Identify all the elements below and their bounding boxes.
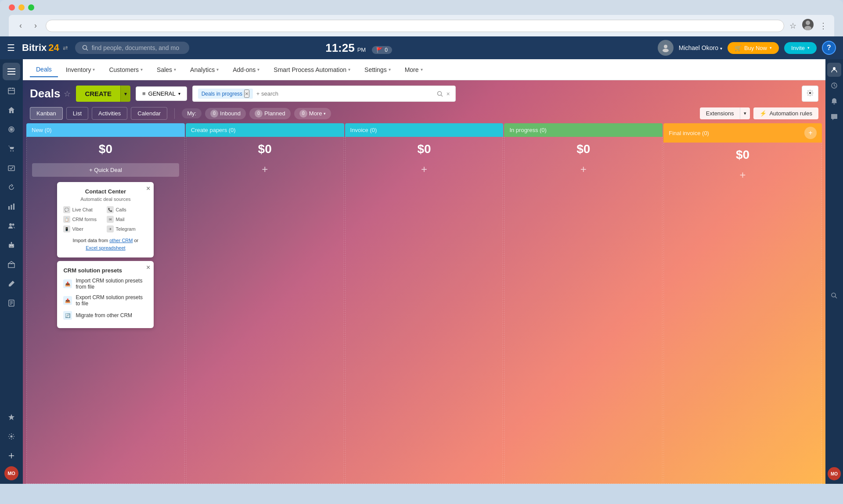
list-view-button[interactable]: List [66, 107, 88, 120]
invite-button[interactable]: Invite ▾ [784, 42, 817, 54]
presets-close-button[interactable]: × [146, 264, 150, 272]
sidebar-user-avatar[interactable]: MO [4, 466, 18, 480]
kanban-column-new: New (0) $0 + Quick Deal × Contact Center… [26, 123, 185, 484]
right-sidebar-clock-icon[interactable] [827, 79, 841, 93]
sidebar-icon-box[interactable] [3, 256, 20, 273]
calendar-view-button[interactable]: Calendar [131, 107, 167, 120]
svg-marker-37 [8, 414, 14, 420]
sidebar-icon-target[interactable] [3, 121, 20, 138]
crm-navbar: Deals Inventory ▾ Customers ▾ Sales ▾ An… [23, 59, 825, 80]
sidebar-icon-check[interactable] [3, 159, 20, 177]
sidebar-icon-people[interactable] [3, 217, 20, 235]
extensions-arrow-button[interactable]: ▾ [740, 107, 750, 119]
import-excel-link[interactable]: Excel spreadsheet [86, 245, 126, 250]
sidebar-icon-robot[interactable] [3, 236, 20, 254]
svg-rect-26 [10, 245, 11, 246]
crm-nav-settings[interactable]: Settings ▾ [358, 63, 397, 77]
filter-clear-icon[interactable]: × [447, 90, 450, 97]
svg-point-16 [11, 129, 12, 130]
sidebar-icon-pencil[interactable] [3, 275, 20, 293]
crm-nav-spa[interactable]: Smart Process Automation ▾ [267, 63, 357, 77]
add-deal-papers-button[interactable]: + [262, 163, 268, 175]
add-deal-progress-button[interactable]: + [580, 163, 587, 175]
more-filter-chip[interactable]: 0 More ▾ [294, 108, 331, 119]
kanban-view-button[interactable]: Kanban [30, 107, 63, 120]
svg-point-6 [663, 49, 669, 52]
preset-export-item[interactable]: 📤 Export CRM solution presets to file [63, 292, 148, 309]
right-sidebar-chat-icon[interactable] [827, 110, 841, 124]
sidebar-icon-settings[interactable] [3, 428, 20, 445]
source-telegram[interactable]: ✈ Telegram [107, 225, 148, 232]
create-dropdown-button[interactable]: ▾ [120, 86, 130, 102]
help-button[interactable]: ? [822, 41, 836, 55]
add-deal-invoice-button[interactable]: + [421, 163, 427, 175]
crm-forms-icon: 📋 [63, 216, 70, 223]
browser-menu-icon[interactable]: ⋮ [819, 21, 827, 31]
kanban-search-input[interactable] [256, 90, 433, 97]
crm-nav-addons[interactable]: Add-ons ▾ [227, 63, 266, 77]
filter-button[interactable]: ≡ GENERAL ▾ [136, 86, 187, 101]
svg-point-18 [13, 150, 14, 151]
planned-filter-chip[interactable]: 0 Planned [249, 108, 291, 119]
source-crm-forms[interactable]: 📋 CRM forms [63, 216, 104, 223]
forward-button[interactable]: › [31, 19, 40, 32]
my-filter-label: My: [182, 108, 202, 118]
activities-view-button[interactable]: Activities [92, 107, 127, 120]
sidebar-icon-sign[interactable] [3, 294, 20, 312]
filter-tag-close-button[interactable]: × [244, 89, 249, 98]
traffic-light-green[interactable] [28, 4, 34, 11]
crm-nav-deals[interactable]: Deals [30, 62, 58, 77]
sidebar-icon-menu[interactable] [3, 63, 20, 80]
right-sidebar-avatar[interactable]: MO [828, 467, 841, 480]
add-deal-final-button[interactable]: + [740, 169, 746, 181]
traffic-light-red[interactable] [9, 4, 15, 11]
filter-tag: Deals in progress × [198, 89, 253, 99]
bookmark-icon[interactable]: ☆ [789, 21, 796, 31]
right-sidebar-bell-icon[interactable] [827, 94, 841, 108]
notification-badge[interactable]: 🚩 0 [372, 46, 392, 54]
sidebar-icon-analytics[interactable] [3, 198, 20, 215]
sidebar-icon-refresh[interactable] [3, 179, 20, 196]
inbound-count: 0 [210, 110, 218, 118]
preset-migrate-item[interactable]: 🔄 Migrate from other CRM [63, 309, 148, 322]
sidebar-icon-plus[interactable] [3, 447, 20, 465]
import-other-crm-link[interactable]: other CRM [109, 238, 133, 243]
right-sidebar: MO [825, 59, 843, 484]
contact-center-close-button[interactable]: × [146, 185, 150, 193]
crm-nav-more[interactable]: More ▾ [399, 63, 429, 77]
right-sidebar-crm-icon[interactable] [827, 63, 841, 77]
crm-nav-customers[interactable]: Customers ▾ [103, 63, 149, 77]
right-sidebar-search-icon[interactable] [827, 289, 841, 303]
user-profile-icon[interactable] [802, 18, 814, 33]
crm-nav-inventory[interactable]: Inventory ▾ [60, 63, 101, 77]
svg-rect-31 [8, 264, 14, 268]
kanban-settings-button[interactable] [802, 86, 818, 102]
global-search[interactable] [75, 42, 189, 54]
buy-now-button[interactable]: 🛒 Buy Now ▾ [728, 42, 779, 54]
user-name[interactable]: Michael Okoro ▾ [679, 44, 722, 51]
quick-deal-button[interactable]: + Quick Deal [32, 163, 179, 177]
search-input[interactable] [92, 44, 180, 51]
favorite-button[interactable]: ☆ [64, 89, 71, 99]
preset-import-item[interactable]: 📥 Import CRM solution presets from file [63, 275, 148, 292]
source-viber[interactable]: 📱 Viber [63, 225, 104, 232]
sidebar-icon-star[interactable] [3, 408, 20, 426]
crm-nav-sales[interactable]: Sales ▾ [151, 63, 182, 77]
extensions-button[interactable]: Extensions [700, 107, 740, 119]
traffic-light-yellow[interactable] [18, 4, 25, 11]
create-button[interactable]: CREATE [76, 86, 120, 102]
contact-center-title: Contact Center [63, 188, 148, 195]
back-button[interactable]: ‹ [16, 19, 25, 32]
source-live-chat[interactable]: 💬 Live Chat [63, 206, 104, 213]
source-mail[interactable]: ✉ Mail [107, 216, 148, 223]
sidebar-icon-calendar[interactable] [3, 82, 20, 100]
logo-refresh-icon[interactable]: ⇄ [63, 44, 68, 51]
sidebar-icon-cart[interactable] [3, 140, 20, 157]
inbound-filter-chip[interactable]: 0 Inbound [205, 108, 246, 119]
hamburger-icon[interactable]: ☰ [7, 43, 15, 53]
crm-nav-analytics[interactable]: Analytics ▾ [184, 63, 225, 77]
sidebar-icon-home[interactable] [3, 101, 20, 119]
add-column-button[interactable]: + [804, 127, 817, 139]
automation-rules-button[interactable]: ⚡ Automation rules [753, 107, 818, 119]
source-calls[interactable]: 📞 Calls [107, 206, 148, 213]
